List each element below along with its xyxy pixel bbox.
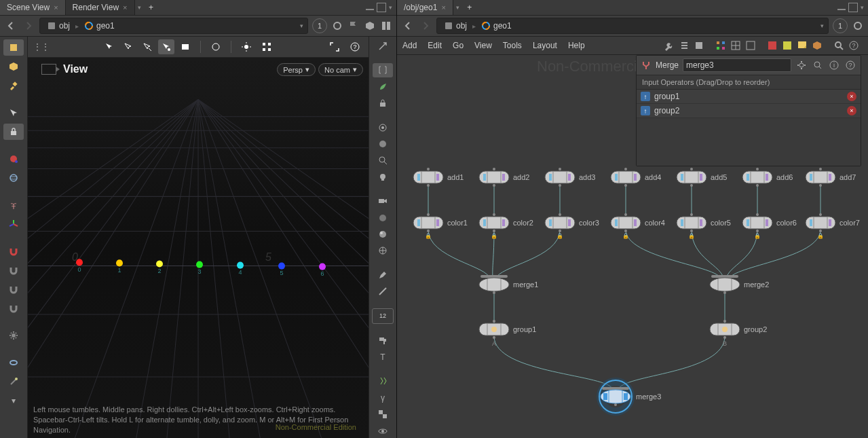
film-icon[interactable] (177, 39, 193, 54)
node-group1[interactable]: group1A (479, 320, 536, 347)
input-row-group1[interactable]: ↑ group1 × (637, 90, 861, 104)
circle-tool-icon[interactable] (208, 39, 224, 54)
select-arrow2-icon[interactable] (120, 39, 136, 54)
network-editor[interactable]: Non-Commercial Edition Geometry Merge i … (397, 55, 868, 438)
path-crumbs[interactable]: obj ▸ geo1 ▾ (39, 18, 308, 34)
menu-layout[interactable]: Layout (533, 41, 557, 50)
help-icon[interactable]: ? (347, 39, 363, 54)
shelf-magnet1-icon[interactable] (3, 243, 24, 259)
maximize-icon[interactable] (377, 3, 386, 12)
shelf-cube-icon[interactable] (3, 58, 24, 75)
menu-go[interactable]: Go (453, 41, 464, 50)
shade-flat-icon[interactable] (373, 211, 393, 224)
wire-icon[interactable] (373, 244, 393, 257)
tab-dropdown-icon[interactable]: ▾ (135, 4, 144, 11)
input-row-group2[interactable]: ↑ group2 × (637, 104, 861, 118)
ring-icon[interactable] (852, 20, 864, 32)
select-arrow-icon[interactable] (101, 39, 117, 54)
crumb-obj[interactable]: obj (441, 21, 470, 31)
node-color4[interactable]: color4🔒 (611, 213, 665, 239)
target-icon[interactable] (373, 120, 393, 134)
cube-icon[interactable] (364, 20, 376, 32)
shade-smooth-icon[interactable] (373, 227, 393, 241)
ring-icon[interactable] (331, 20, 343, 32)
help2-icon[interactable]: ? (848, 39, 860, 52)
cam-dropdown[interactable]: No cam▾ (318, 63, 363, 76)
menu-help[interactable]: Help (568, 41, 585, 50)
search-icon[interactable] (833, 39, 845, 52)
add-tab-button[interactable]: + (462, 0, 477, 15)
leaf-icon[interactable] (373, 80, 393, 94)
info-icon[interactable]: i (828, 59, 840, 71)
node-merge3[interactable]: merge3 (599, 380, 661, 413)
grid-icon[interactable] (259, 39, 275, 54)
num-badge[interactable]: 12 (372, 308, 394, 323)
node-name-input[interactable] (683, 58, 791, 72)
tab-render-view[interactable]: Render View × (66, 0, 135, 15)
wrench-icon[interactable] (663, 39, 675, 52)
path-crumbs[interactable]: obj ▸ geo1 ▾ (436, 18, 829, 34)
shelf-arrow-icon[interactable] (3, 105, 24, 121)
shelf-box-icon[interactable] (3, 39, 24, 56)
expand-icon[interactable] (326, 39, 343, 54)
paint-icon[interactable] (373, 333, 393, 347)
select-arrow4-icon[interactable] (158, 39, 174, 54)
pane-menu-icon[interactable]: ▾ (389, 4, 392, 11)
back-button[interactable] (4, 19, 18, 33)
node-color7[interactable]: color7🔒 (806, 213, 860, 239)
shelf-torus-icon[interactable] (3, 354, 24, 371)
bracket-icon[interactable] (373, 63, 393, 77)
close-icon[interactable]: × (54, 3, 58, 12)
shelf-collapse-icon[interactable]: ▾ (3, 393, 24, 409)
persp-dropdown[interactable]: Persp▾ (277, 63, 316, 76)
grid-med-icon[interactable] (730, 39, 742, 52)
color1-icon[interactable] (766, 39, 778, 52)
menu-view[interactable]: View (474, 41, 492, 50)
viewport-3d[interactable]: 0 5 0 1 2 3 4 5 6 (28, 58, 369, 438)
shelf-magnet4-icon[interactable] (3, 300, 24, 316)
color2-icon[interactable] (781, 39, 793, 52)
line-icon[interactable] (373, 285, 393, 298)
node-color5[interactable]: color5🔒 (677, 213, 731, 239)
shelf-plant-icon[interactable] (3, 197, 24, 213)
history-badge[interactable]: 1 (833, 18, 848, 33)
cam-icon[interactable] (373, 194, 393, 208)
node-merge1[interactable]: merge1 (479, 275, 538, 294)
select-arrow3-icon[interactable] (139, 39, 155, 54)
grid-large-icon[interactable] (744, 39, 757, 52)
node-add6[interactable]: add6 (742, 168, 793, 187)
shelf-brush-icon[interactable] (3, 77, 24, 94)
gamma-icon[interactable]: γ (373, 391, 393, 405)
delete-icon[interactable]: × (847, 92, 856, 101)
menu-edit[interactable]: Edit (428, 41, 442, 50)
crumb-geo1[interactable]: geo1 (81, 21, 117, 31)
node-merge2[interactable]: merge2 (710, 275, 769, 294)
node-color2[interactable]: color2🔒 (479, 213, 533, 239)
skull-icon[interactable] (373, 170, 393, 184)
expand-corner-icon[interactable] (373, 39, 393, 53)
pane-menu-icon[interactable]: ▾ (861, 4, 864, 11)
tab-dropdown-icon[interactable]: ▾ (453, 4, 462, 11)
close-icon[interactable]: × (441, 3, 445, 12)
node-add2[interactable]: add2 (479, 168, 529, 187)
node-add3[interactable]: add3 (545, 168, 595, 187)
node-color6[interactable]: color6🔒 (742, 213, 797, 239)
pen-icon[interactable] (373, 268, 393, 282)
lock2-icon[interactable] (373, 96, 393, 110)
node-add7[interactable]: add7 (806, 168, 856, 187)
note-icon[interactable] (796, 39, 808, 52)
shelf-magnet2-icon[interactable] (3, 262, 24, 278)
sun-icon[interactable] (238, 39, 254, 54)
checker-icon[interactable] (373, 407, 393, 421)
handle-icon[interactable]: ⋮⋮ (33, 39, 50, 54)
menu-add[interactable]: Add (402, 41, 417, 50)
shelf-ball-icon[interactable] (3, 151, 24, 167)
shelf-globe-icon[interactable] (3, 170, 24, 186)
path-dropdown-icon[interactable]: ▾ (300, 22, 303, 29)
zoom-icon[interactable] (373, 153, 393, 167)
grid-small-icon[interactable] (715, 39, 727, 52)
fx-icon[interactable] (373, 374, 393, 388)
sphere-icon[interactable] (373, 137, 393, 151)
node-color1[interactable]: color1🔒 (413, 213, 468, 239)
forward-button[interactable] (419, 19, 432, 33)
